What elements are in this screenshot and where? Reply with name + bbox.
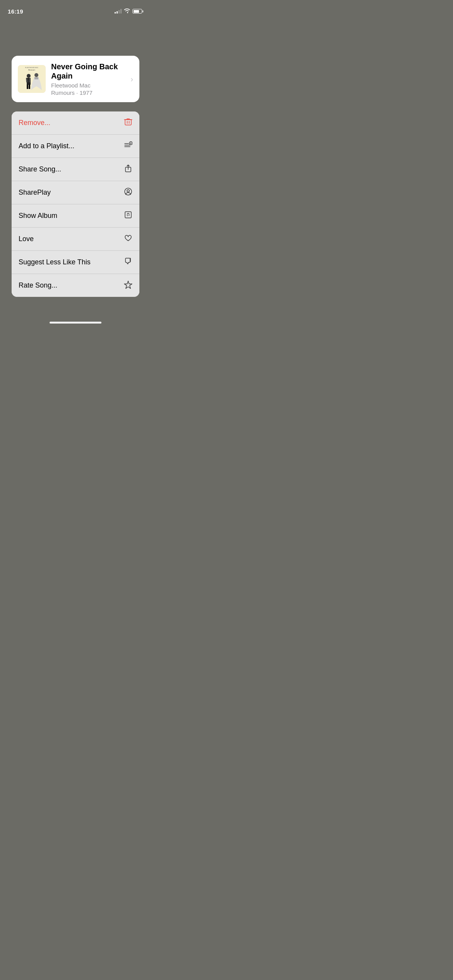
- status-time: 16:19: [8, 8, 23, 15]
- menu-item-suggest-less[interactable]: Suggest Less Like This: [12, 251, 139, 274]
- song-card[interactable]: FLEETWOOD MAC Rumours Never Going Back A…: [12, 56, 139, 102]
- svg-point-9: [34, 73, 38, 77]
- menu-item-rate-song[interactable]: Rate Song...: [12, 274, 139, 297]
- svg-point-18: [129, 215, 129, 216]
- song-album-year: Rumours · 1977: [51, 89, 125, 96]
- svg-point-3: [27, 74, 31, 78]
- menu-label-rate-song: Rate Song...: [19, 281, 57, 290]
- menu-label-shareplay: SharePlay: [19, 188, 51, 197]
- svg-point-15: [127, 190, 129, 192]
- menu-label-love: Love: [19, 235, 34, 243]
- menu-item-love[interactable]: Love: [12, 228, 139, 251]
- context-menu: Remove... Add to a Playlist... Share Son…: [12, 111, 139, 297]
- heart-icon: [124, 234, 132, 244]
- song-artist: Fleetwood Mac: [51, 82, 125, 89]
- menu-label-share-song: Share Song...: [19, 165, 61, 173]
- status-bar: 16:19: [0, 0, 151, 17]
- home-indicator: [50, 322, 101, 324]
- chevron-right-icon[interactable]: ›: [130, 75, 133, 84]
- svg-rect-10: [34, 77, 38, 79]
- trash-icon: [124, 118, 132, 128]
- thumbs-down-icon: [124, 257, 132, 267]
- menu-label-remove: Remove...: [19, 119, 50, 127]
- menu-label-show-album: Show Album: [19, 212, 57, 220]
- star-icon: [124, 280, 132, 291]
- svg-rect-7: [27, 84, 28, 89]
- svg-rect-11: [125, 120, 131, 125]
- menu-item-remove[interactable]: Remove...: [12, 111, 139, 135]
- svg-rect-8: [29, 84, 30, 89]
- wifi-icon: [124, 9, 130, 14]
- shareplay-icon: [124, 187, 132, 198]
- song-title: Never Going Back Again: [51, 62, 125, 81]
- status-icons: [115, 9, 143, 14]
- add-playlist-icon: [124, 141, 132, 151]
- svg-text:FLEETWOOD MAC: FLEETWOOD MAC: [25, 67, 39, 69]
- menu-item-show-album[interactable]: Show Album: [12, 204, 139, 228]
- song-info: Never Going Back Again Fleetwood Mac Rum…: [51, 62, 125, 96]
- album-art: FLEETWOOD MAC Rumours: [18, 65, 46, 93]
- svg-point-17: [127, 216, 128, 216]
- svg-rect-16: [125, 212, 131, 218]
- battery-icon: [132, 9, 143, 14]
- signal-icon: [115, 9, 122, 14]
- share-icon: [124, 164, 132, 175]
- svg-text:Rumours: Rumours: [28, 69, 35, 71]
- menu-label-suggest-less: Suggest Less Like This: [19, 258, 91, 266]
- menu-item-add-playlist[interactable]: Add to a Playlist...: [12, 135, 139, 158]
- menu-item-shareplay[interactable]: SharePlay: [12, 181, 139, 204]
- album-icon: [124, 211, 132, 221]
- menu-item-share-song[interactable]: Share Song...: [12, 158, 139, 181]
- menu-label-add-playlist: Add to a Playlist...: [19, 142, 74, 150]
